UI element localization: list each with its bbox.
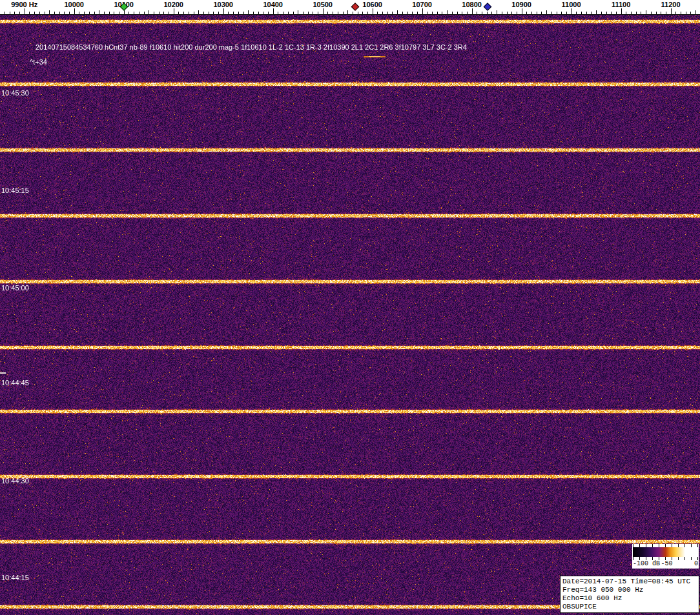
colorbar-labels: -100 dB -50 0 bbox=[632, 560, 699, 569]
ruler-tick bbox=[45, 12, 45, 14]
ruler-tick bbox=[367, 12, 368, 14]
ruler-tick bbox=[566, 12, 567, 14]
ruler-tick bbox=[14, 12, 15, 14]
time-label: 10:45:30 bbox=[1, 89, 29, 97]
freq-label: 10500 bbox=[313, 1, 333, 8]
ruler-tick bbox=[54, 12, 55, 14]
ruler-tick bbox=[129, 12, 129, 14]
ruler-tick bbox=[338, 12, 338, 14]
ruler-tick bbox=[327, 12, 328, 14]
ruler-tick bbox=[417, 12, 418, 14]
ruler-tick bbox=[209, 12, 209, 14]
ruler-tick bbox=[223, 8, 224, 14]
time-label: 10:44:30 bbox=[1, 477, 29, 485]
ruler-tick bbox=[546, 10, 547, 14]
ruler-tick bbox=[646, 10, 646, 14]
time-offset-text: ^t+34 bbox=[30, 58, 47, 66]
ruler-tick bbox=[25, 8, 25, 14]
ruler-tick bbox=[183, 12, 184, 14]
ruler-tick bbox=[218, 12, 219, 14]
ruler-tick bbox=[626, 12, 626, 14]
ruler-tick bbox=[462, 12, 462, 14]
ruler-tick bbox=[333, 12, 333, 14]
ruler-tick bbox=[551, 12, 552, 14]
ruler-tick bbox=[84, 12, 85, 14]
ruler-tick bbox=[557, 12, 557, 14]
ruler-tick bbox=[675, 12, 676, 14]
ruler-tick bbox=[69, 12, 70, 14]
ruler-tick bbox=[213, 12, 214, 14]
ruler-tick bbox=[49, 10, 50, 14]
frequency-ruler: 9900 Hz100001010010200103001040010500106… bbox=[0, 0, 700, 15]
ruler-tick bbox=[606, 12, 607, 14]
ruler-tick bbox=[507, 12, 508, 14]
ruler-tick bbox=[656, 12, 657, 14]
freq-label: 10800 bbox=[462, 1, 482, 8]
ruler-tick bbox=[631, 12, 632, 14]
ruler-tick bbox=[263, 12, 263, 14]
ruler-tick bbox=[581, 12, 582, 14]
freq-marker-red-icon[interactable] bbox=[351, 3, 359, 11]
ruler-tick bbox=[531, 12, 532, 14]
ruler-tick bbox=[39, 12, 40, 14]
observation-info-box: Date=2014-07-15 Time=08:45 UTC Freq=143 … bbox=[560, 576, 699, 613]
ruler-tick bbox=[427, 12, 427, 14]
info-station: OBSUPICE bbox=[562, 603, 697, 611]
colorbar-gradient bbox=[633, 547, 698, 557]
freq-label: 10600 bbox=[362, 1, 382, 8]
ruler-tick bbox=[681, 12, 681, 14]
ruler-tick bbox=[298, 10, 298, 14]
ruler-tick bbox=[308, 12, 309, 14]
freq-label: 10400 bbox=[263, 1, 283, 8]
ruler-tick bbox=[382, 12, 383, 14]
ruler-tick bbox=[29, 12, 30, 14]
ruler-tick bbox=[34, 12, 35, 14]
ruler-tick bbox=[407, 12, 408, 14]
ruler-tick bbox=[467, 12, 468, 14]
freq-marker-blue-icon[interactable] bbox=[484, 3, 492, 11]
ruler-tick bbox=[159, 12, 160, 14]
ruler-tick bbox=[641, 12, 641, 14]
detection-info-text: 20140715084534760 hCnt37 nb-89 f10610 hi… bbox=[36, 43, 467, 51]
ruler-tick bbox=[228, 12, 229, 14]
ruler-tick bbox=[358, 12, 358, 14]
ruler-tick bbox=[288, 12, 289, 14]
ruler-tick bbox=[522, 8, 522, 14]
freq-label: 11100 bbox=[612, 1, 630, 8]
ruler-tick bbox=[651, 12, 652, 14]
ruler-tick bbox=[114, 12, 114, 14]
ruler-tick bbox=[502, 12, 502, 14]
ruler-tick bbox=[273, 8, 274, 14]
ruler-tick bbox=[104, 12, 105, 14]
ruler-tick bbox=[402, 12, 403, 14]
ruler-tick bbox=[283, 12, 283, 14]
ruler-tick bbox=[422, 8, 423, 14]
freq-label: 10300 bbox=[213, 1, 233, 8]
ruler-tick bbox=[139, 12, 139, 14]
time-label: 10:45:15 bbox=[1, 187, 29, 194]
intensity-colorbar: -100 dB -50 0 bbox=[632, 544, 699, 569]
ruler-tick bbox=[690, 12, 691, 14]
ruler-tick bbox=[571, 8, 572, 14]
ruler-tick bbox=[233, 12, 234, 14]
ruler-tick bbox=[293, 12, 294, 14]
ruler-tick bbox=[491, 12, 492, 14]
ruler-tick bbox=[412, 12, 413, 14]
ruler-tick bbox=[377, 12, 378, 14]
ruler-tick bbox=[154, 12, 154, 14]
ruler-tick bbox=[611, 12, 612, 14]
ruler-tick bbox=[74, 8, 75, 14]
ruler-tick bbox=[541, 12, 542, 14]
ruler-tick bbox=[586, 12, 587, 14]
ruler-tick bbox=[268, 12, 269, 14]
colorbar-label-min: -100 dB bbox=[633, 560, 660, 567]
ruler-tick bbox=[253, 12, 254, 14]
ruler-tick bbox=[169, 12, 169, 14]
ruler-tick bbox=[10, 12, 10, 14]
time-label: 10:44:45 bbox=[1, 379, 29, 387]
ruler-tick bbox=[79, 12, 79, 14]
ruler-tick bbox=[94, 12, 95, 14]
ruler-tick bbox=[511, 12, 512, 14]
ruler-tick bbox=[203, 12, 204, 14]
ruler-tick bbox=[343, 12, 344, 14]
